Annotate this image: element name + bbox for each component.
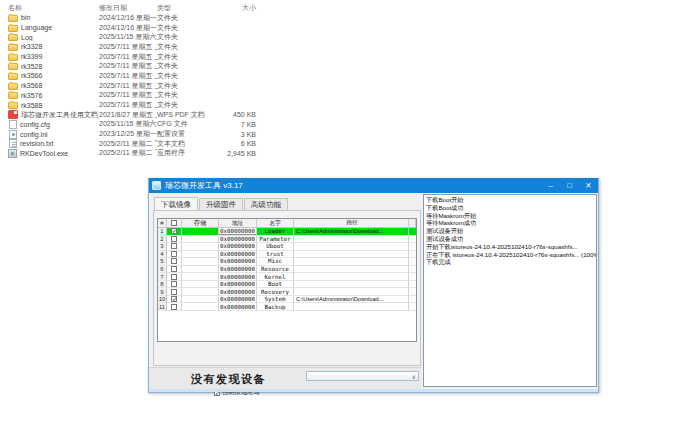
file-date-cell: 2025/2/11 星期二 下... [99, 148, 157, 158]
file-size-cell: 6 KB [220, 140, 256, 147]
partition-row[interactable]: 20x00000000Parameter [158, 236, 416, 244]
file-row[interactable]: rk35762025/7/11 星期五 上...文件夹 [0, 91, 300, 101]
folder-icon [8, 25, 18, 32]
select-all-checkbox[interactable] [171, 220, 177, 226]
header-checkbox[interactable] [167, 219, 182, 227]
row-checkbox-cell[interactable] [167, 288, 182, 296]
partition-row[interactable]: 110x00000000Backup [158, 303, 416, 311]
partition-row[interactable]: 1✓0x00000000LoaderC:\Users\Administrator… [158, 228, 416, 236]
file-name-cell: rk3568 [8, 82, 99, 90]
partition-row[interactable]: 30x00000000Uboot [158, 243, 416, 251]
file-name-label: rk3568 [21, 82, 42, 89]
ini-icon [9, 130, 17, 139]
address-cell[interactable]: 0x00000000 [219, 258, 257, 266]
file-row[interactable]: rk35282025/7/11 星期五 上...文件夹 [0, 61, 300, 71]
download-log-panel[interactable]: 下载Boot开始下载Boot成功等待Maskrom开始等待Maskrom成功测试… [423, 194, 597, 387]
name-cell: Loader [257, 228, 294, 236]
row-checkbox[interactable] [171, 304, 177, 310]
close-button[interactable]: ✕ [579, 178, 598, 193]
row-checkbox-cell[interactable] [167, 236, 182, 244]
address-cell[interactable]: 0x00000000 [219, 243, 257, 251]
column-header-date-modified[interactable]: 修改日期 [99, 1, 157, 13]
row-checkbox[interactable] [171, 289, 177, 295]
row-checkbox[interactable] [171, 251, 177, 257]
row-checkbox-cell[interactable]: ✓ [167, 296, 182, 304]
header-address[interactable]: 地址 [219, 219, 257, 227]
row-number-cell: 6 [158, 266, 167, 274]
file-row[interactable]: Language2024/12/16 星期一 ...文件夹 [0, 23, 300, 33]
file-type-cell: 配置设置 [157, 129, 220, 139]
column-header-type[interactable]: 类型 [157, 1, 220, 13]
row-checkbox[interactable] [171, 243, 177, 249]
file-row[interactable]: rk35882025/7/11 星期五 上...文件夹 [0, 100, 300, 110]
file-row[interactable]: rk35682025/7/11 星期五 上...文件夹 [0, 81, 300, 91]
address-cell[interactable]: 0x00000000 [219, 273, 257, 281]
file-row[interactable]: rk35662025/7/11 星期五 上...文件夹 [0, 71, 300, 81]
address-cell[interactable]: 0x00000000 [219, 296, 257, 304]
file-row[interactable]: bin2024/12/16 星期一 ...文件夹 [0, 13, 300, 23]
header-name[interactable]: 名字 [257, 219, 294, 227]
window-titlebar[interactable]: 瑞芯微开发工具 v3.17 – □ ✕ [149, 178, 598, 193]
device-select-combobox[interactable]: ∨ [306, 371, 419, 381]
file-row[interactable]: revision.txt2025/2/11 星期二 下...文本文档6 KB [0, 139, 300, 149]
row-checkbox-cell[interactable] [167, 266, 182, 274]
row-number-cell: 5 [158, 258, 167, 266]
row-checkbox-cell[interactable] [167, 243, 182, 251]
column-header-size[interactable]: 大小 [220, 1, 256, 13]
address-cell[interactable]: 0x00000000 [219, 228, 257, 236]
row-checkbox[interactable] [171, 266, 177, 272]
file-row[interactable]: config.ini2023/12/25 星期一 ...配置设置3 KB [0, 129, 300, 139]
row-checkbox-cell[interactable] [167, 251, 182, 259]
address-cell[interactable]: 0x00000000 [219, 251, 257, 259]
partition-row[interactable]: 50x00000000Misc [158, 258, 416, 266]
minimize-button[interactable]: – [541, 178, 560, 193]
row-checkbox-cell[interactable] [167, 281, 182, 289]
row-checkbox-cell[interactable] [167, 258, 182, 266]
file-name-label: rk3576 [21, 92, 42, 99]
partition-row[interactable]: 40x00000000trust [158, 251, 416, 259]
partition-row[interactable]: 10✓0x00000000SystemC:\Users\Administrato… [158, 296, 416, 304]
row-checkbox[interactable]: ✓ [171, 296, 177, 302]
file-name-label: Language [21, 24, 52, 31]
file-name-cell: 瑞芯微开发工具使用文档_v1.0.pdf [8, 110, 99, 120]
row-checkbox-cell[interactable] [167, 303, 182, 311]
header-path[interactable]: 路径 [294, 219, 409, 227]
row-checkbox[interactable] [171, 258, 177, 264]
partition-row[interactable]: 60x00000000Resource [158, 266, 416, 274]
address-cell[interactable]: 0x00000000 [219, 236, 257, 244]
file-row[interactable]: rk33282025/7/11 星期五 上...文件夹 [0, 42, 300, 52]
file-name-label: 瑞芯微开发工具使用文档_v1.0.pdf [21, 110, 99, 120]
column-header-name[interactable]: ˆ 名称 [0, 1, 99, 13]
address-cell[interactable]: 0x00000000 [219, 303, 257, 311]
partition-row[interactable]: 90x00000000Recovery [158, 288, 416, 296]
row-more-cell [409, 236, 416, 244]
file-row[interactable]: ✕RKDevTool.exe2025/2/11 星期二 下...应用程序2,94… [0, 149, 300, 159]
row-more-cell [409, 251, 416, 259]
partition-row[interactable]: 70x00000000Kernel [158, 273, 416, 281]
file-row[interactable]: Log2025/11/15 星期六 ...文件夹 [0, 32, 300, 42]
address-cell[interactable]: 0x00000000 [219, 266, 257, 274]
address-value: 0x00000000 [219, 228, 257, 235]
row-checkbox-cell[interactable] [167, 273, 182, 281]
row-checkbox[interactable] [171, 236, 177, 242]
tab-升级固件[interactable]: 升级固件 [199, 198, 243, 210]
name-cell: Kernel [257, 273, 294, 281]
maximize-button[interactable]: □ [560, 178, 579, 193]
row-checkbox[interactable] [171, 281, 177, 287]
partition-row[interactable]: 80x00000000Boot [158, 281, 416, 289]
file-row[interactable]: rk33992025/7/11 星期五 上...文件夹 [0, 52, 300, 62]
file-row[interactable]: 瑞芯微开发工具使用文档_v1.0.pdf2021/8/27 星期五 上...WP… [0, 110, 300, 120]
header-storage[interactable]: 存储 [182, 219, 219, 227]
file-row[interactable]: config.cfg2025/11/15 星期六 ...CFG 文件7 KB [0, 120, 300, 130]
tab-高级功能[interactable]: 高级功能 [244, 198, 288, 210]
path-cell [294, 258, 409, 266]
address-cell[interactable]: 0x00000000 [219, 281, 257, 289]
row-checkbox-cell[interactable]: ✓ [167, 228, 182, 236]
address-value: 0x00000000 [220, 304, 255, 310]
row-checkbox[interactable] [171, 274, 177, 280]
tab-下载镜像[interactable]: 下载镜像 [154, 197, 198, 210]
file-name-label: Log [21, 34, 33, 41]
address-cell[interactable]: 0x00000000 [219, 288, 257, 296]
row-checkbox[interactable]: ✓ [171, 228, 177, 234]
name-cell: Backup [257, 303, 294, 311]
